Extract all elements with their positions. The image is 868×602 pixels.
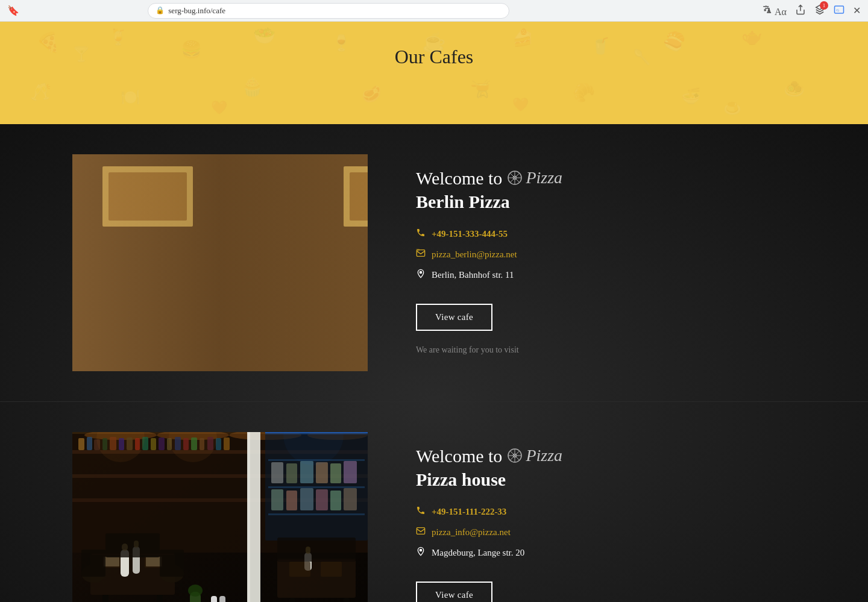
url-bar[interactable]: 🔒 serg-bug.info/cafe [148, 3, 509, 19]
svg-text:A: A [767, 8, 771, 13]
svg-rect-120 [248, 432, 250, 602]
svg-text:G: G [837, 8, 840, 12]
svg-rect-58 [289, 166, 350, 251]
pizza-brand-name-1: Pizza [526, 167, 562, 189]
extensions-icon[interactable]: 1 [814, 4, 825, 17]
svg-rect-175 [417, 528, 424, 535]
svg-rect-94 [159, 437, 165, 450]
svg-rect-12 [98, 195, 105, 209]
pizza-house-address-item: Magdeburg, Lange str. 20 [416, 547, 796, 559]
svg-rect-113 [271, 489, 283, 510]
phone-icon-pizza-house [416, 506, 426, 518]
svg-text:❊: ❊ [314, 221, 325, 236]
svg-point-55 [319, 213, 344, 240]
pizza-house-phone-item: +49-151-111-222-33 [416, 506, 796, 518]
svg-rect-47 [291, 272, 300, 284]
berlin-phone-item: +49-151-333-444-55 [416, 228, 796, 240]
main-content: 🍎 [0, 124, 868, 602]
svg-rect-85 [87, 437, 92, 450]
svg-rect-57 [321, 240, 344, 276]
view-cafe-btn-berlin[interactable]: View cafe [416, 304, 492, 331]
svg-rect-7 [310, 157, 365, 284]
browser-actions: A Aα 1 G ✕ [762, 4, 861, 17]
svg-rect-17 [145, 196, 152, 209]
svg-rect-108 [286, 463, 297, 483]
svg-point-176 [420, 549, 421, 551]
share-icon[interactable] [795, 4, 806, 17]
svg-point-31 [174, 311, 236, 371]
svg-rect-13 [106, 198, 115, 209]
svg-rect-9 [84, 190, 229, 195]
svg-point-48 [300, 281, 305, 287]
location-icon-berlin [416, 269, 426, 281]
berlin-address-item: Berlin, Bahnhof str. 11 [416, 269, 796, 281]
svg-rect-3 [72, 154, 368, 371]
view-cafe-btn-pizza-house[interactable]: View cafe [416, 582, 492, 602]
page-title: Our Cafes [0, 46, 868, 68]
svg-point-33 [199, 272, 235, 290]
svg-rect-107 [271, 462, 283, 483]
translate-page-icon[interactable]: G [834, 4, 844, 17]
cafe-image-pizza-house [72, 432, 368, 602]
svg-rect-159 [289, 562, 310, 577]
svg-rect-54 [339, 334, 350, 339]
svg-rect-93 [151, 438, 156, 450]
svg-rect-25 [265, 317, 274, 371]
cursor-icon: ✕ [853, 5, 861, 16]
svg-point-43 [280, 302, 335, 368]
svg-rect-14 [116, 195, 122, 209]
berlin-tagline: We are waiting for you to visit [416, 345, 796, 355]
email-icon-pizza-house [416, 526, 426, 538]
svg-point-45 [291, 266, 324, 302]
svg-point-49 [311, 281, 316, 287]
svg-rect-6 [250, 157, 307, 284]
cafe-section-pizza-house: Welcome to Pizza Pizza house [0, 402, 868, 602]
cafe-name-berlin: Berlin Pizza [416, 190, 796, 213]
cafe-name-pizza-house: Pizza house [416, 468, 796, 491]
cafe-info-berlin: Welcome to Pizza Berlin Pizza [416, 154, 796, 355]
svg-rect-160 [321, 562, 342, 577]
lock-icon: 🔒 [156, 6, 165, 15]
svg-rect-64 [72, 347, 368, 371]
background-pattern: 🍕 🍹 🍔 🥗 🍷 ☕ 🍰 🥤 🍣 🫖 🥂 🍽️ 🧁 🥩 🫕 🥐 🍜 🧆 🍸 🍴… [0, 22, 868, 124]
svg-text:— DAIKIRI —: — DAIKIRI — [307, 214, 332, 218]
browser-chrome: 🔖 🔒 serg-bug.info/cafe A Aα 1 [0, 0, 868, 22]
welcome-prefix-1: Welcome to [416, 166, 502, 190]
svg-rect-15 [124, 196, 133, 209]
svg-point-35 [221, 289, 225, 295]
svg-point-46 [291, 264, 324, 281]
cafe-info-pizza-house: Welcome to Pizza Pizza house [416, 432, 796, 602]
svg-rect-118 [344, 488, 357, 510]
svg-rect-102 [224, 437, 230, 450]
svg-rect-51 [342, 326, 357, 350]
svg-rect-38 [166, 344, 183, 371]
bookmark-icon[interactable]: 🔖 [7, 5, 19, 16]
svg-rect-52 [344, 328, 355, 348]
svg-point-34 [210, 289, 215, 295]
svg-rect-155 [277, 559, 356, 598]
svg-rect-138 [160, 550, 184, 577]
welcome-prefix-2: Welcome to [416, 444, 502, 468]
svg-rect-112 [344, 461, 357, 483]
pizza-brand-name-2: Pizza [526, 445, 562, 466]
svg-point-73 [420, 271, 421, 273]
svg-rect-133 [102, 595, 108, 602]
url-text: serg-bug.info/cafe [168, 6, 225, 16]
svg-rect-115 [300, 488, 313, 510]
svg-rect-106 [268, 513, 365, 515]
svg-rect-42 [344, 323, 350, 365]
svg-rect-139 [105, 533, 160, 557]
svg-rect-145 [211, 596, 217, 602]
svg-rect-39 [168, 346, 181, 370]
phone-icon-berlin [416, 228, 426, 240]
svg-rect-4 [72, 154, 368, 371]
pizza-wheel-icon-1 [507, 170, 523, 186]
notification-count: 1 [820, 1, 828, 10]
translate-icon[interactable]: A Aα [762, 4, 787, 17]
svg-rect-37 [181, 341, 217, 356]
svg-text:🍎: 🍎 [200, 317, 212, 328]
svg-rect-11 [87, 195, 96, 209]
page-header: 🍕 🍹 🍔 🥗 🍷 ☕ 🍰 🥤 🍣 🫖 🥂 🍽️ 🧁 🥩 🫕 🥐 🍜 🧆 🍸 🍴… [0, 22, 868, 124]
pizza-wheel-icon-2 [507, 448, 523, 463]
pizza-house-address: Magdeburg, Lange str. 20 [432, 548, 524, 558]
